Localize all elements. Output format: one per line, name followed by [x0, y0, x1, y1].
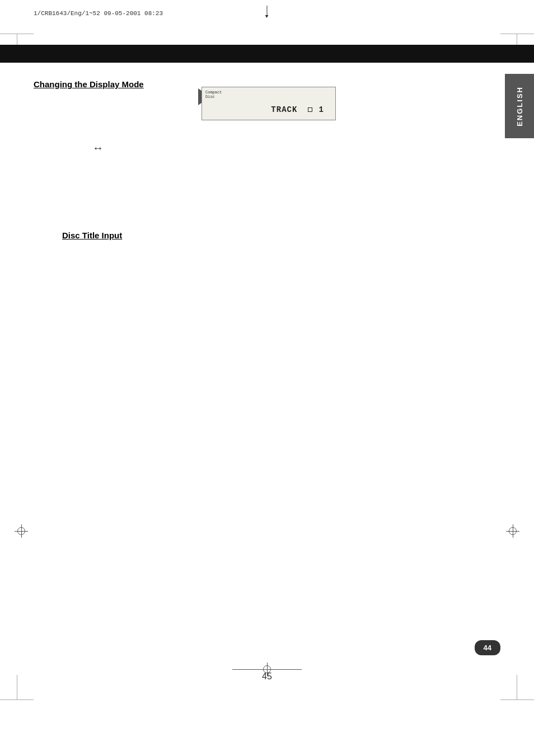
sidebar-english: ENGLISH: [505, 74, 534, 138]
crosshair-bottom-left: [15, 524, 28, 538]
double-arrow-icon: ↔: [92, 142, 104, 154]
border-bottom-right: [500, 699, 534, 700]
crosshair-bottom-right: [506, 524, 519, 538]
track-square-icon: [308, 107, 312, 112]
top-metadata: 1/CRB1643/Eng/1~52 09-05-2001 08:23: [34, 10, 163, 17]
track-number: 1: [319, 105, 324, 114]
track-display: TRACK 1: [271, 105, 324, 114]
track-label: TRACK: [271, 105, 297, 114]
disc-title-heading: Disc Title Input: [62, 231, 122, 240]
header-bar: [0, 45, 534, 63]
crosshair-circle-icon: [17, 527, 25, 535]
top-arrow-down: [267, 6, 268, 16]
display-panel-area: Compact Disc TRACK 1: [185, 87, 336, 126]
crosshair-circle-icon: [509, 527, 517, 535]
top-center-mark: [267, 6, 268, 16]
page-badge: 44: [475, 640, 500, 655]
border-top-right: [500, 34, 534, 34]
border-right-bottom-line: [517, 675, 517, 700]
border-left-bottom-line: [17, 675, 17, 700]
compact-disc-label: Compact Disc: [205, 90, 222, 100]
english-label: ENGLISH: [516, 86, 524, 126]
bottom-h-line-left: [232, 669, 260, 670]
bottom-h-line-right: [274, 669, 302, 670]
display-panel: Compact Disc TRACK 1: [202, 87, 336, 120]
bottom-page-number: 45: [262, 672, 272, 682]
